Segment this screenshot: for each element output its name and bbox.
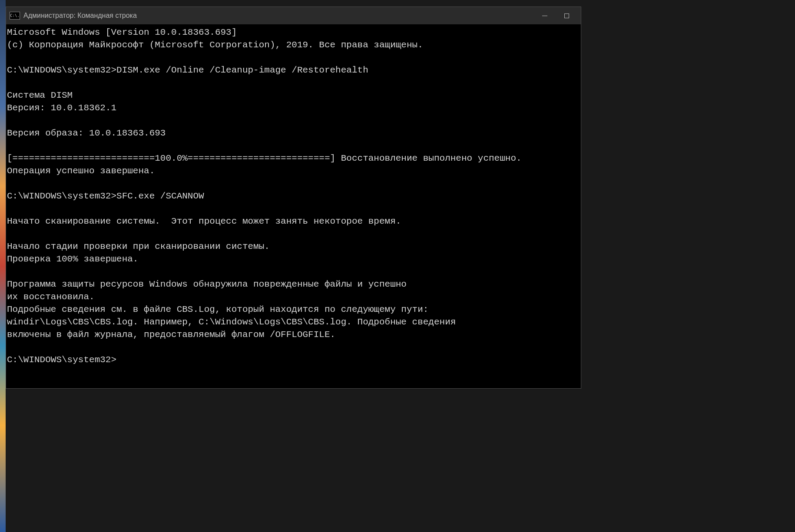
terminal-output[interactable]: Microsoft Windows [Version 10.0.18363.69… xyxy=(6,24,581,388)
terminal-line xyxy=(7,139,580,152)
terminal-line: их восстановила. xyxy=(7,291,580,303)
terminal-line: (c) Корпорация Майкрософт (Microsoft Cor… xyxy=(7,39,580,51)
terminal-line: Cистема DISM xyxy=(7,89,580,102)
maximize-button[interactable] xyxy=(556,7,577,24)
terminal-line: C:\WINDOWS\system32> xyxy=(7,354,580,366)
terminal-line: Начало стадии проверки при сканировании … xyxy=(7,240,580,253)
terminal-line: Начато сканирование системы. Этот процес… xyxy=(7,215,580,228)
terminal-line: Операция успешно завершена. xyxy=(7,165,580,177)
terminal-line xyxy=(7,341,580,354)
terminal-line: Проверка 100% завершена. xyxy=(7,253,580,265)
minimize-icon xyxy=(542,16,547,16)
titlebar[interactable]: C:\. Администратор: Командная строка xyxy=(6,7,581,24)
desktop-background xyxy=(0,0,6,532)
terminal-line xyxy=(7,177,580,190)
cmd-icon: C:\. xyxy=(10,12,20,20)
terminal-line xyxy=(7,51,580,64)
terminal-line xyxy=(7,202,580,215)
terminal-line xyxy=(7,265,580,278)
terminal-line xyxy=(7,76,580,89)
terminal-line: Версия: 10.0.18362.1 xyxy=(7,102,580,114)
terminal-line: windir\Logs\CBS\CBS.log. Например, C:\Wi… xyxy=(7,316,580,328)
window-title: Администратор: Командная строка xyxy=(23,12,534,20)
command-prompt-window: C:\. Администратор: Командная строка Mic… xyxy=(6,7,581,389)
terminal-line: Подробные сведения см. в файле CBS.Log, … xyxy=(7,303,580,316)
terminal-line: Версия образа: 10.0.18363.693 xyxy=(7,127,580,139)
maximize-icon xyxy=(564,13,569,18)
terminal-line: [==========================100.0%=======… xyxy=(7,152,580,165)
terminal-line: Microsoft Windows [Version 10.0.18363.69… xyxy=(7,26,580,39)
terminal-line: C:\WINDOWS\system32>SFC.exe /SCANNOW xyxy=(7,190,580,202)
terminal-line xyxy=(7,228,580,240)
terminal-line xyxy=(7,114,580,127)
terminal-line: включены в файл журнала, предоставляемый… xyxy=(7,328,580,341)
terminal-line: Программа защиты ресурсов Windows обнару… xyxy=(7,278,580,291)
window-controls xyxy=(534,7,577,24)
minimize-button[interactable] xyxy=(534,7,556,24)
terminal-line: C:\WINDOWS\system32>DISM.exe /Online /Cl… xyxy=(7,64,580,76)
